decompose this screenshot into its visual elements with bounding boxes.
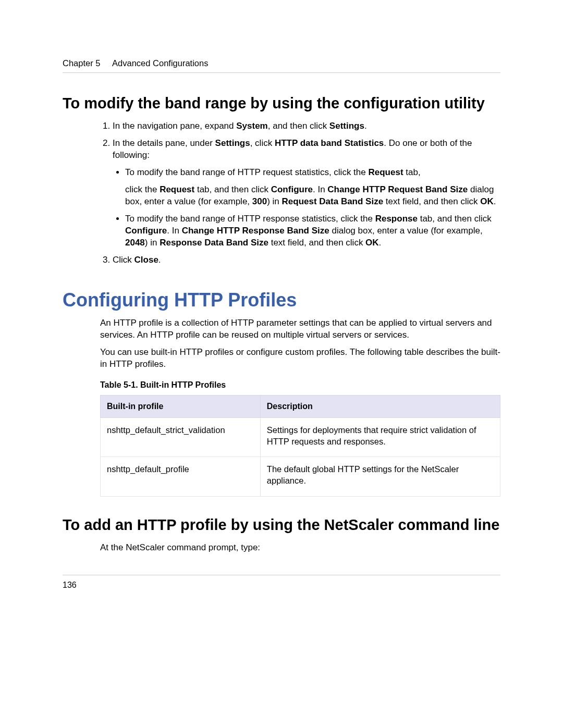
- document-page: Chapter 5 Advanced Configurations To mod…: [0, 0, 563, 611]
- text: .: [364, 121, 367, 131]
- bullet-request-detail: click the Request tab, and then click Co…: [125, 184, 500, 208]
- text: .: [379, 238, 382, 248]
- text: In the details pane, under: [113, 138, 215, 148]
- chapter-title: Advanced Configurations: [112, 58, 208, 68]
- bold-ok: OK: [480, 196, 494, 206]
- paragraph: You can use built-in HTTP profiles or co…: [100, 347, 500, 371]
- text: tab,: [403, 167, 421, 177]
- text: To modify the band range of HTTP respons…: [125, 214, 375, 224]
- section2-body: At the NetScaler command prompt, type:: [100, 542, 500, 554]
- section1-body: In the navigation pane, expand System, a…: [100, 120, 500, 266]
- table-header-row: Built-in profile Description: [101, 396, 500, 418]
- bullet-request: To modify the band range of HTTP request…: [125, 167, 500, 208]
- bold-configure: Configure: [125, 226, 167, 236]
- bold-ok: OK: [365, 238, 379, 248]
- bullet-response: To modify the band range of HTTP respons…: [125, 213, 500, 249]
- running-header: Chapter 5 Advanced Configurations: [63, 58, 500, 73]
- bold-resp-data-band-size: Response Data Band Size: [160, 238, 268, 248]
- text: tab, and then click: [418, 214, 492, 224]
- col-description: Description: [260, 396, 500, 418]
- step-1: In the navigation pane, expand System, a…: [113, 120, 500, 132]
- paragraph: At the NetScaler command prompt, type:: [100, 542, 500, 554]
- text: text field, and then click: [268, 238, 365, 248]
- text: Click: [113, 255, 134, 265]
- section-heading-add-http-profile-cli: To add an HTTP profile by using the NetS…: [63, 516, 500, 534]
- bold-change-resp-band: Change HTTP Response Band Size: [182, 226, 329, 236]
- page-number: 136: [63, 581, 77, 589]
- bold-http-data-band: HTTP data band Statistics: [275, 138, 384, 148]
- topic-body: An HTTP profile is a collection of HTTP …: [100, 317, 500, 497]
- steps-list: In the navigation pane, expand System, a…: [100, 120, 500, 266]
- text: . In: [313, 184, 327, 194]
- text: text field, and then click: [383, 196, 480, 206]
- cell-profile-name: nshttp_default_strict_validation: [101, 417, 261, 457]
- bold-close: Close: [134, 255, 158, 265]
- text: ) in: [267, 196, 282, 206]
- bold-settings: Settings: [215, 138, 250, 148]
- bold-settings: Settings: [329, 121, 364, 131]
- text: tab, and then click: [194, 184, 271, 194]
- text: In the navigation pane, expand: [113, 121, 236, 131]
- cell-description: The default global HTTP settings for the…: [260, 457, 500, 497]
- text: dialog box, enter a value (for example,: [329, 226, 483, 236]
- bold-request: Request: [160, 184, 194, 194]
- sub-bullets: To modify the band range of HTTP request…: [113, 167, 500, 249]
- text: , click: [250, 138, 275, 148]
- text: To modify the band range of HTTP request…: [125, 167, 368, 177]
- cell-description: Settings for deployments that require st…: [260, 417, 500, 457]
- text: click the: [125, 184, 160, 194]
- section-heading-modify-band-range: To modify the band range by using the co…: [63, 95, 500, 112]
- builtin-profiles-table: Built-in profile Description nshttp_defa…: [100, 395, 500, 497]
- bold-configure: Configure: [271, 184, 313, 194]
- col-builtin-profile: Built-in profile: [101, 396, 261, 418]
- bold-response: Response: [375, 214, 418, 224]
- table-row: nshttp_default_profile The default globa…: [101, 457, 500, 497]
- table-caption: Table 5-1. Built-in HTTP Profiles: [100, 379, 500, 391]
- text: ) in: [145, 238, 160, 248]
- chapter-label: Chapter 5: [63, 58, 100, 68]
- step-3: Click Close.: [113, 254, 500, 266]
- table-row: nshttp_default_strict_validation Setting…: [101, 417, 500, 457]
- text: . In: [167, 226, 181, 236]
- bold-2048: 2048: [125, 238, 145, 248]
- topic-heading-configuring-http-profiles: Configuring HTTP Profiles: [63, 289, 500, 311]
- bold-300: 300: [252, 196, 267, 206]
- page-footer: 136: [63, 575, 500, 590]
- text: , and then click: [268, 121, 329, 131]
- cell-profile-name: nshttp_default_profile: [101, 457, 261, 497]
- bold-change-req-band: Change HTTP Request Band Size: [327, 184, 468, 194]
- bold-req-data-band-size: Request Data Band Size: [282, 196, 384, 206]
- paragraph: An HTTP profile is a collection of HTTP …: [100, 317, 500, 341]
- bold-request: Request: [368, 167, 403, 177]
- step-2: In the details pane, under Settings, cli…: [113, 138, 500, 249]
- bold-system: System: [236, 121, 267, 131]
- text: .: [494, 196, 496, 206]
- text: .: [158, 255, 161, 265]
